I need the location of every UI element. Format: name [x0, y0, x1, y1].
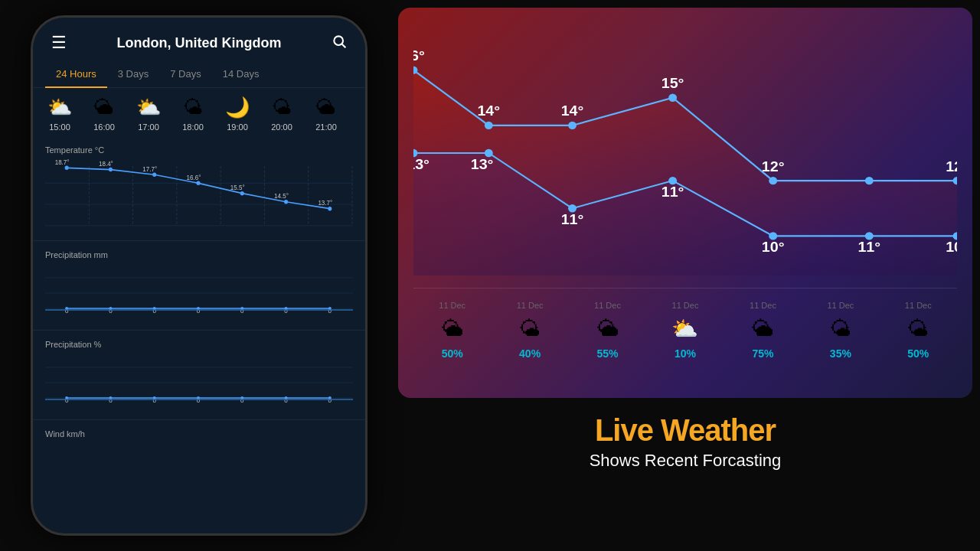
search-icon[interactable] — [332, 34, 347, 53]
live-weather-title: Live Weather — [398, 413, 972, 448]
precip-mm-chart: 0 0 0 0 0 0 0 — [45, 262, 353, 324]
svg-point-16 — [240, 191, 244, 196]
hour-item-1: 🌥 16:00 — [83, 96, 125, 132]
phone-shell: ☰ London, United Kingdom 24 Hours 3 Days… — [31, 15, 368, 536]
hour-icon-1: 🌥 — [94, 96, 114, 119]
hour-item-3: 🌤 18:00 — [172, 96, 214, 132]
hour-time-5: 20:00 — [271, 122, 292, 132]
forecast-item-4: 11 Dec 🌥 75% — [750, 301, 776, 360]
svg-point-66 — [568, 122, 577, 129]
line-chart-container: 16° 14° 14° 15° 12° 12° 13° 13° 11° 11° … — [413, 31, 957, 276]
svg-text:14°: 14° — [477, 103, 500, 119]
forecast-pct-1: 40% — [519, 347, 541, 360]
right-panel: 16° 14° 14° 15° 12° 12° 13° 13° 11° 11° … — [398, 0, 980, 551]
forecast-date-0: 11 Dec — [439, 301, 466, 310]
svg-text:11°: 11° — [662, 184, 684, 199]
city-name: London, United Kingdom — [117, 35, 282, 51]
hour-item-2: ⛅ 17:00 — [128, 96, 169, 132]
forecast-icon-3: ⛅ — [671, 316, 698, 341]
forecast-icon-4: 🌥 — [752, 316, 773, 341]
forecast-pct-2: 55% — [596, 347, 618, 360]
forecast-icon-0: 🌥 — [442, 316, 463, 341]
svg-text:13.7°: 13.7° — [318, 199, 332, 207]
svg-point-13 — [109, 168, 113, 172]
forecast-item-6: 11 Dec 🌤 50% — [905, 301, 932, 360]
precip-pct-chart: 0 0 0 0 0 0 0 — [45, 352, 353, 413]
svg-text:12°: 12° — [946, 158, 957, 174]
svg-point-68 — [769, 177, 777, 184]
hour-item-4: 🌙 19:00 — [217, 96, 258, 132]
forecast-date-1: 11 Dec — [517, 301, 544, 310]
svg-point-12 — [65, 166, 69, 171]
hour-time-2: 17:00 — [138, 122, 159, 132]
precipitation-pct-section: Precipitation % 0 0 0 0 0 0 0 — [33, 334, 365, 416]
forecast-pct-5: 35% — [830, 347, 851, 360]
svg-text:15.5°: 15.5° — [230, 184, 245, 191]
phone-header: ☰ London, United Kingdom — [33, 18, 365, 60]
forecast-row: 11 Dec 🌥 50% 11 Dec 🌤 40% 11 Dec 🌥 55% 1… — [413, 288, 957, 360]
svg-text:13°: 13° — [471, 156, 494, 171]
svg-point-67 — [668, 94, 677, 102]
forecast-icon-6: 🌤 — [907, 316, 929, 341]
svg-point-17 — [284, 200, 288, 204]
phone-screen: ☰ London, United Kingdom 24 Hours 3 Days… — [33, 18, 365, 533]
hour-icon-5: 🌤 — [272, 96, 292, 119]
temp-chart-label: Temperature °C — [45, 145, 353, 155]
forecast-item-5: 11 Dec 🌤 35% — [827, 301, 854, 360]
menu-icon[interactable]: ☰ — [51, 33, 67, 53]
svg-text:10°: 10° — [946, 240, 957, 255]
svg-point-0 — [334, 36, 343, 45]
svg-text:12°: 12° — [762, 158, 785, 174]
hourly-scroll: ⛅ 15:00 🌥 16:00 ⛅ 17:00 🌤 18:00 🌙 1 — [33, 88, 365, 139]
svg-text:15°: 15° — [662, 76, 684, 91]
tab-7days[interactable]: 7 Days — [159, 60, 211, 87]
hour-item-0: ⛅ 15:00 — [39, 96, 80, 132]
svg-text:14°: 14° — [561, 103, 584, 119]
forecast-item-2: 11 Dec 🌥 55% — [594, 301, 621, 360]
svg-point-15 — [196, 181, 200, 186]
forecast-icon-2: 🌥 — [597, 316, 619, 341]
hour-time-0: 15:00 — [49, 122, 70, 132]
hour-icon-3: 🌤 — [183, 96, 203, 119]
tab-14days[interactable]: 14 Days — [212, 60, 270, 87]
svg-text:11°: 11° — [561, 211, 584, 227]
svg-point-65 — [485, 122, 493, 129]
hour-icon-0: ⛅ — [47, 96, 72, 119]
bottom-text-area: Live Weather Shows Recent Forcasting — [398, 406, 972, 478]
hour-icon-6: 🌥 — [316, 96, 336, 119]
svg-text:10°: 10° — [762, 240, 785, 255]
precip-pct-label: Precipitation % — [45, 340, 353, 349]
hour-time-3: 18:00 — [182, 122, 204, 132]
forecast-icon-1: 🌤 — [519, 316, 541, 341]
svg-point-18 — [328, 207, 332, 211]
precipitation-mm-section: Precipitation mm 0 0 0 0 0 0 0 — [33, 244, 365, 327]
wind-section: Wind km/h — [33, 423, 365, 442]
tab-24hours[interactable]: 24 Hours — [45, 60, 107, 87]
svg-line-1 — [342, 44, 346, 47]
temperature-section: Temperature °C — [33, 139, 365, 237]
hour-time-4: 19:00 — [227, 122, 248, 132]
hour-time-1: 16:00 — [93, 122, 115, 132]
svg-text:18.7°: 18.7° — [55, 158, 70, 165]
svg-text:16°: 16° — [413, 48, 425, 64]
svg-text:14.5°: 14.5° — [274, 192, 289, 200]
precip-mm-label: Precipitation mm — [45, 250, 353, 259]
hour-icon-4: 🌙 — [225, 96, 250, 119]
svg-text:11°: 11° — [858, 240, 880, 255]
phone-container: ☰ London, United Kingdom 24 Hours 3 Days… — [0, 0, 398, 551]
temp-chart: 18.7° 18.4° 17.7° 16.6° 15.5° 14.5° 13.7… — [45, 158, 353, 234]
hour-time-6: 21:00 — [315, 122, 337, 132]
wind-label: Wind km/h — [45, 429, 353, 439]
forecast-date-6: 11 Dec — [905, 301, 932, 310]
svg-text:13°: 13° — [413, 156, 430, 171]
forecast-pct-3: 10% — [675, 347, 696, 360]
forecast-date-2: 11 Dec — [594, 301, 621, 310]
svg-point-69 — [865, 177, 874, 184]
tab-3days[interactable]: 3 Days — [107, 60, 159, 87]
forecast-item-0: 11 Dec 🌥 50% — [439, 301, 466, 360]
forecast-item-3: 11 Dec ⛅ 10% — [671, 301, 698, 360]
forecast-pct-6: 50% — [907, 347, 929, 360]
svg-text:18.4°: 18.4° — [99, 160, 113, 168]
svg-text:16.6°: 16.6° — [187, 173, 201, 181]
forecast-pct-4: 75% — [752, 347, 773, 360]
